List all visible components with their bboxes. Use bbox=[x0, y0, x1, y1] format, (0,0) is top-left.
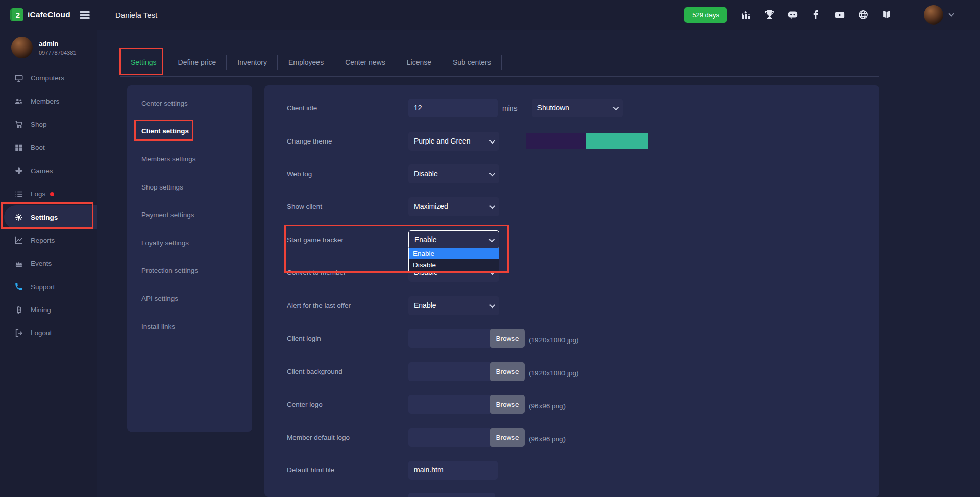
submenu-shop-settings[interactable]: Shop settings bbox=[127, 173, 252, 201]
browse-button[interactable]: Browse bbox=[490, 395, 525, 414]
sidebar-item-label: Computers bbox=[31, 74, 64, 82]
option-disable[interactable]: Disable bbox=[409, 259, 499, 271]
tab-define-price[interactable]: Define price bbox=[167, 48, 227, 76]
client-idle-input[interactable]: 12 bbox=[408, 99, 498, 117]
sidebar-item-label: Events bbox=[31, 259, 52, 267]
row-change-theme: Change theme Purple and Green bbox=[287, 132, 869, 151]
show-client-select[interactable]: Maximized bbox=[408, 197, 499, 216]
monitor-icon bbox=[14, 74, 23, 83]
browse-button[interactable]: Browse bbox=[490, 362, 525, 381]
client-idle-action-select[interactable]: Shutdown bbox=[532, 99, 623, 117]
sidebar-item-logout[interactable]: Logout bbox=[0, 321, 97, 344]
tab-bar: Settings Define price Inventory Employee… bbox=[120, 48, 879, 77]
file-field[interactable] bbox=[408, 329, 490, 348]
crown-icon bbox=[14, 259, 23, 268]
change-theme-select[interactable]: Purple and Green bbox=[408, 132, 499, 151]
sidebar-item-label: Settings bbox=[31, 214, 58, 221]
sidebar-item-computers[interactable]: Computers bbox=[0, 66, 97, 89]
browse-button[interactable]: Browse bbox=[490, 428, 525, 447]
top-bar: 2 iCafeCloud Daniela Test 529 days bbox=[0, 0, 980, 30]
bitcoin-icon bbox=[14, 305, 23, 315]
globe-icon[interactable] bbox=[857, 9, 869, 20]
option-enable[interactable]: Enable bbox=[409, 248, 499, 259]
sidebar-item-label: Reports bbox=[31, 236, 55, 244]
user-phone: 097778704381 bbox=[39, 50, 76, 56]
user-avatar[interactable] bbox=[924, 5, 943, 25]
tab-settings[interactable]: Settings bbox=[120, 48, 167, 76]
ranking-icon[interactable] bbox=[740, 9, 751, 20]
sidebar-item-events[interactable]: Events bbox=[0, 252, 97, 275]
sidebar-item-reports[interactable]: Reports bbox=[0, 229, 97, 252]
sidebar-item-games[interactable]: Games bbox=[0, 159, 97, 182]
tab-inventory[interactable]: Inventory bbox=[227, 48, 278, 76]
tab-employees[interactable]: Employees bbox=[278, 48, 334, 76]
file-field[interactable] bbox=[408, 362, 490, 381]
youtube-icon[interactable] bbox=[834, 9, 845, 20]
sidebar-item-shop[interactable]: Shop bbox=[0, 113, 97, 136]
submenu-members-settings[interactable]: Members settings bbox=[127, 145, 252, 173]
list-icon bbox=[14, 190, 23, 199]
sidebar-item-label: Boot bbox=[31, 144, 45, 151]
tab-center-news[interactable]: Center news bbox=[334, 48, 396, 76]
file-field[interactable] bbox=[408, 428, 490, 447]
change-theme-label: Change theme bbox=[287, 137, 408, 145]
row-start-game-tracker: Start game tracker Enable bbox=[287, 230, 869, 249]
sidebar-item-settings[interactable]: Settings bbox=[4, 205, 97, 228]
submenu-center-settings[interactable]: Center settings bbox=[127, 89, 252, 117]
sidebar-item-boot[interactable]: Boot bbox=[0, 136, 97, 159]
tab-license[interactable]: License bbox=[396, 48, 442, 76]
trophy-icon[interactable] bbox=[764, 9, 775, 20]
member-default-logo-file-input[interactable]: Browse bbox=[408, 428, 525, 447]
client-background-file-input[interactable]: Browse bbox=[408, 362, 525, 381]
topbar-right: 529 days bbox=[684, 5, 953, 25]
submenu-payment-settings[interactable]: Payment settings bbox=[127, 201, 252, 229]
default-html-file-label: Default html file bbox=[287, 466, 408, 474]
row-center-logo: Center logo Browse (96x96 png) bbox=[287, 395, 869, 414]
brand-logo-icon: 2 bbox=[10, 8, 23, 21]
file-field[interactable] bbox=[408, 395, 490, 414]
sidebar-item-label: Shop bbox=[31, 121, 47, 128]
discord-icon[interactable] bbox=[787, 9, 798, 20]
sidebar-item-members[interactable]: Members bbox=[0, 89, 97, 112]
theme-swatch-purple bbox=[526, 133, 586, 149]
theme-swatch-green bbox=[586, 133, 648, 149]
sidebar-item-label: Logout bbox=[31, 329, 52, 337]
guide-book-icon[interactable] bbox=[881, 9, 892, 20]
users-icon bbox=[14, 97, 23, 106]
show-client-label: Show client bbox=[287, 203, 408, 210]
client-settings-form: Client idle 12 mins Shutdown Change them… bbox=[264, 85, 879, 497]
phone-icon bbox=[14, 282, 23, 291]
submenu-protection-settings[interactable]: Protection settings bbox=[127, 257, 252, 285]
sidebar-item-logs[interactable]: Logs bbox=[0, 182, 97, 205]
days-remaining-badge[interactable]: 529 days bbox=[684, 7, 727, 23]
sidebar-item-label: Logs bbox=[31, 190, 45, 198]
sidebar-item-label: Support bbox=[31, 283, 55, 291]
facebook-icon[interactable] bbox=[811, 9, 822, 20]
submenu-client-settings[interactable]: Client settings bbox=[127, 117, 252, 146]
row-alert-last-offer: Alert for the last offer Enable bbox=[287, 296, 869, 315]
chart-icon bbox=[14, 235, 23, 245]
row-convert-to-member: Convert to member Disable bbox=[287, 263, 869, 282]
sidebar-avatar[interactable] bbox=[11, 37, 33, 58]
start-game-tracker-select[interactable]: Enable bbox=[408, 230, 499, 249]
sidebar-item-mining[interactable]: Mining bbox=[0, 298, 97, 321]
row-show-client: Show client Maximized bbox=[287, 197, 869, 216]
client-login-file-input[interactable]: Browse bbox=[408, 329, 525, 348]
submenu-loyalty-settings[interactable]: Loyalty settings bbox=[127, 229, 252, 257]
alert-last-offer-select[interactable]: Enable bbox=[408, 296, 499, 315]
browse-button[interactable]: Browse bbox=[490, 329, 525, 348]
sidebar-item-support[interactable]: Support bbox=[0, 275, 97, 298]
theme-preview-swatch bbox=[526, 133, 648, 149]
web-log-select[interactable]: Disable bbox=[408, 164, 499, 183]
chevron-down-icon[interactable] bbox=[948, 11, 954, 16]
member-default-logo-hint: (96x96 png) bbox=[529, 435, 566, 443]
hamburger-menu-icon[interactable] bbox=[80, 11, 90, 20]
center-logo-file-input[interactable]: Browse bbox=[408, 395, 525, 414]
submenu-api-settings[interactable]: API settings bbox=[127, 285, 252, 313]
tab-sub-centers[interactable]: Sub centers bbox=[442, 48, 502, 76]
default-html-file-input[interactable]: main.htm bbox=[408, 461, 498, 480]
row-client-background: Client background Browse (1920x1080 jpg) bbox=[287, 362, 869, 381]
client-login-hint: (1920x1080 jpg) bbox=[529, 336, 579, 344]
gamepad-icon bbox=[14, 166, 23, 175]
submenu-install-links[interactable]: Install links bbox=[127, 313, 252, 341]
